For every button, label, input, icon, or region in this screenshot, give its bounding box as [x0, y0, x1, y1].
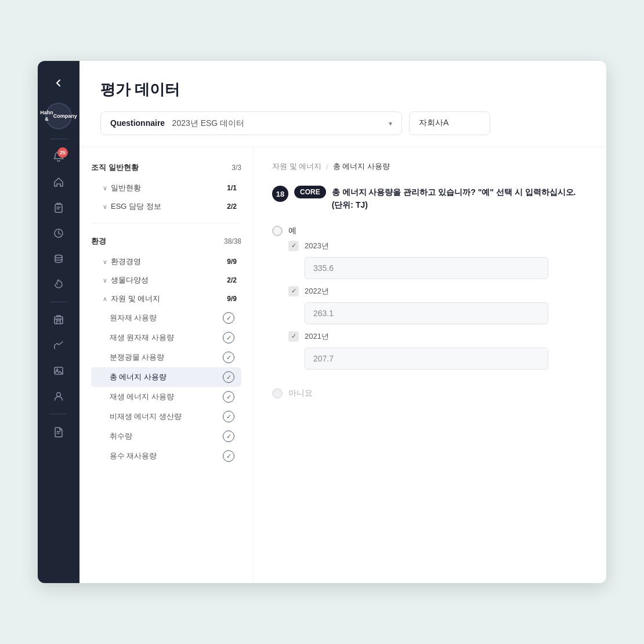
- check-icon-renewable-energy: ✓: [223, 391, 234, 403]
- svg-point-6: [57, 393, 61, 397]
- building-icon[interactable]: [48, 309, 69, 330]
- clipboard-icon[interactable]: [48, 197, 69, 218]
- nav-item-biodiversity[interactable]: ∨ 생물다양성 2/2: [91, 271, 241, 290]
- nav-item-count-general: 1/1: [227, 184, 237, 192]
- nav-divider: [91, 223, 241, 223]
- year-checkbox-2022[interactable]: ✓: [288, 286, 299, 296]
- svg-point-2: [55, 255, 62, 258]
- nav-sub-conflict-label: 분쟁광물 사용량: [110, 353, 164, 363]
- year-row-2021: ✓ 2021년: [288, 331, 588, 342]
- nav-item-general[interactable]: ∨ 일반현황 1/1: [91, 179, 241, 197]
- body-split: 조직 일반현황 3/3 ∨ 일반현황 1/1 ∨ ESG 담당 정보: [79, 147, 606, 583]
- radio-yes-circle: [272, 226, 283, 236]
- right-panel: 자원 및 에너지 / 총 에너지 사용량 18 CORE 총 에너지 사용량을 …: [254, 147, 606, 583]
- nav-sub-total-energy[interactable]: 총 에너지 사용량 ✓: [91, 367, 241, 387]
- chevron-icon-general: ∨: [103, 184, 107, 192]
- nav-section-title-organization: 조직 일반현황: [91, 162, 139, 173]
- main-content: 평가 데이터 Questionnaire 2023년 ESG 데이터 ▾ 자회사…: [79, 61, 606, 583]
- user-icon[interactable]: [48, 386, 69, 407]
- sidebar-divider-3: [50, 414, 67, 414]
- nav-item-count-envmgmt: 9/9: [227, 258, 237, 266]
- nav-section-count-env: 38/38: [224, 237, 241, 245]
- nav-item-envmgmt[interactable]: ∨ 환경경영 9/9: [91, 252, 241, 271]
- clock-icon[interactable]: [48, 223, 69, 244]
- page-title: 평가 데이터: [100, 79, 585, 100]
- radio-no-circle: [272, 388, 283, 399]
- core-badge: CORE: [294, 186, 326, 198]
- nav-sub-nonrenewable[interactable]: 비재생 에너지 생산량 ✓: [91, 407, 241, 426]
- question-text: 총 에너지 사용량을 관리하고 있습니까? "예" 선택 시 입력하십시오. (…: [332, 186, 588, 212]
- svg-rect-3: [55, 317, 63, 324]
- question-header: 18 CORE 총 에너지 사용량을 관리하고 있습니까? "예" 선택 시 입…: [272, 186, 588, 212]
- nav-item-label-resources: 자원 및 에너지: [111, 294, 160, 304]
- check-icon-water-reuse: ✓: [223, 450, 234, 462]
- question-number: 18: [272, 186, 288, 202]
- database-icon[interactable]: [48, 248, 69, 269]
- breadcrumb-current: 총 에너지 사용량: [333, 161, 390, 172]
- chart-icon[interactable]: [48, 335, 69, 356]
- chevron-icon-esg: ∨: [103, 203, 107, 211]
- radio-no-label: 아니요: [288, 388, 313, 399]
- document-icon[interactable]: [48, 421, 69, 442]
- nav-item-label-esg: ESG 담당 정보: [111, 201, 161, 212]
- nav-section-environment: 환경 38/38 ∨ 환경경영 9/9 ∨ 생물다양성: [79, 230, 253, 466]
- year-row-2023: ✓ 2023년: [288, 241, 588, 251]
- logo: Hahn &Company: [45, 103, 72, 129]
- nav-sub-renewable-raw[interactable]: 재생 원자재 사용량 ✓: [91, 328, 241, 348]
- chevron-icon-envmgmt: ∨: [103, 258, 107, 266]
- check-icon-conflict: ✓: [223, 352, 234, 363]
- nav-item-esg[interactable]: ∨ ESG 담당 정보 2/2: [91, 197, 241, 216]
- nav-sub-water-reuse-label: 용수 재사용량: [110, 451, 157, 461]
- year-input-2021[interactable]: [305, 348, 548, 370]
- questionnaire-select[interactable]: Questionnaire 2023년 ESG 데이터 ▾: [100, 111, 402, 135]
- image-icon[interactable]: [48, 360, 69, 381]
- nav-sub-total-energy-label: 총 에너지 사용량: [110, 372, 167, 382]
- nav-section-header-env: 환경 38/38: [91, 230, 241, 252]
- questionnaire-label: Questionnaire: [110, 118, 165, 128]
- radio-yes-label: 예: [288, 226, 296, 236]
- nav-sub-renewable-energy-label: 재생 에너지 사용량: [110, 392, 174, 402]
- left-panel: 조직 일반현황 3/3 ∨ 일반현황 1/1 ∨ ESG 담당 정보: [79, 147, 254, 583]
- nav-sub-conflict[interactable]: 분쟁광물 사용량 ✓: [91, 348, 241, 367]
- answer-options: 예 ✓ 2023년 ✓ 2022년: [272, 226, 588, 399]
- nav-sub-water-reuse[interactable]: 용수 재사용량 ✓: [91, 446, 241, 466]
- nav-item-label-general: 일반현황: [111, 183, 141, 193]
- check-icon-raw: ✓: [223, 312, 234, 324]
- nav-section-count-organization: 3/3: [231, 164, 241, 172]
- year-checkbox-2023[interactable]: ✓: [288, 241, 299, 251]
- notification-icon[interactable]: 25: [48, 146, 69, 167]
- collapse-button[interactable]: [48, 73, 69, 93]
- nav-sub-raw-material-label: 원자재 사용량: [110, 313, 157, 323]
- home-icon[interactable]: [48, 172, 69, 193]
- nav-item-label-biodiversity: 생물다양성: [111, 275, 149, 285]
- nav-section-title-env: 환경: [91, 236, 106, 247]
- nav-sub-raw-material[interactable]: 원자재 사용량 ✓: [91, 308, 241, 328]
- nav-item-resources[interactable]: ∧ 자원 및 에너지 9/9: [91, 290, 241, 308]
- year-label-2023: 2023년: [305, 241, 329, 251]
- nav-sub-nonrenewable-label: 비재생 에너지 생산량: [110, 412, 182, 422]
- sidebar-divider: [50, 139, 67, 139]
- nav-sub-renewable-energy[interactable]: 재생 에너지 사용량 ✓: [91, 387, 241, 407]
- radio-no[interactable]: 아니요: [272, 388, 588, 399]
- check-icon-renewable-raw: ✓: [223, 332, 234, 343]
- sidebar-divider-2: [50, 302, 67, 302]
- history-icon[interactable]: [48, 274, 69, 295]
- chevron-icon-resources: ∧: [103, 295, 107, 303]
- filter-row: Questionnaire 2023년 ESG 데이터 ▾ 자회사A: [100, 111, 585, 135]
- year-label-2022: 2022년: [305, 286, 329, 296]
- check-icon-total-energy: ✓: [223, 371, 234, 383]
- nav-item-count-esg: 2/2: [227, 202, 237, 211]
- company-field[interactable]: 자회사A: [409, 111, 490, 135]
- svg-rect-0: [55, 204, 62, 212]
- nav-item-label-envmgmt: 환경경영: [111, 256, 141, 267]
- year-checkbox-2021[interactable]: ✓: [288, 331, 299, 342]
- sidebar: Hahn &Company 25: [38, 61, 79, 583]
- nav-sub-water-intake[interactable]: 취수량 ✓: [91, 426, 241, 446]
- answer-yes-section: 예 ✓ 2023년 ✓ 2022년: [272, 226, 588, 377]
- nav-sub-water-intake-label: 취수량: [110, 432, 132, 442]
- year-section: ✓ 2023년 ✓ 2022년 ✓ 2021년: [288, 241, 588, 370]
- radio-yes[interactable]: 예: [272, 226, 588, 236]
- year-input-2023[interactable]: [305, 257, 548, 279]
- year-input-2022[interactable]: [305, 302, 548, 324]
- nav-section-organization: 조직 일반현황 3/3 ∨ 일반현황 1/1 ∨ ESG 담당 정보: [79, 157, 253, 216]
